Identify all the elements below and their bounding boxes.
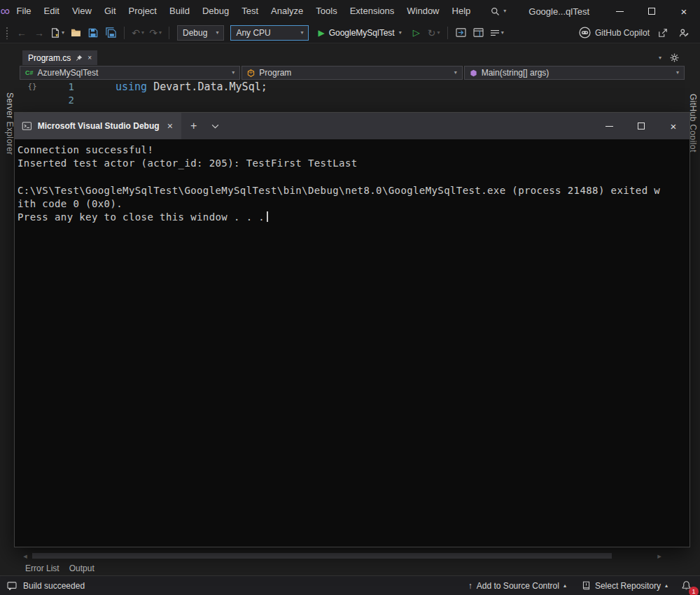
menu-view[interactable]: View [66,0,98,22]
tabstrip-actions: ▾ [659,53,685,65]
repository-label: Select Repository [595,581,661,591]
console-line: Inserted test actor (actor_id: 205): Tes… [18,157,687,170]
console-title-bar[interactable]: Microsoft Visual Studio Debug × + × [15,113,690,139]
scrollbar-thumb[interactable] [32,553,612,559]
notifications-button[interactable]: 1 [679,579,693,593]
tab-error-list[interactable]: Error List [25,564,59,573]
breadcrumb-member-dropdown[interactable]: Main(string[] args) ▾ [464,66,685,80]
breadcrumb-project-dropdown[interactable]: C# AzureMySqlTest ▾ [20,66,240,80]
console-tab-close-icon[interactable]: × [166,120,174,132]
console-maximize-button[interactable] [625,113,657,139]
menu-help[interactable]: Help [446,0,477,22]
new-console-tab-button[interactable]: + [181,120,206,132]
minimize-button[interactable] [603,0,636,22]
console-tab-dropdown[interactable] [206,124,225,129]
save-button[interactable] [85,24,101,41]
menu-git[interactable]: Git [98,0,122,22]
maximize-icon [648,8,655,15]
solution-explorer-button[interactable] [471,24,486,41]
menu-extensions[interactable]: Extensions [344,0,401,22]
server-explorer-tab[interactable]: Server Explorer [5,92,15,155]
start-without-debugging-button[interactable]: ▷ [409,24,424,41]
toolbar-grip[interactable] [6,27,9,39]
scroll-right-icon[interactable]: ▸ [654,552,665,561]
console-line: ith code 0 (0x0). [18,197,687,211]
scroll-left-icon[interactable]: ◂ [20,552,31,561]
navigate-forward-button[interactable]: → [31,24,47,41]
console-close-button[interactable]: × [657,113,690,139]
member-chevron-icon: ▾ [676,70,679,76]
tab-close-icon[interactable]: × [88,54,92,62]
play-icon: ▶ [318,28,324,38]
tab-list-chevron-icon[interactable]: ▾ [659,55,662,61]
breadcrumb-project-label: AzureMySqlTest [38,68,99,78]
start-debugging-button[interactable]: ▶ GoogleMySqlTest ▾ [313,24,406,41]
visual-studio-logo-icon: ∞ [0,0,10,22]
find-in-files-button[interactable] [454,24,469,41]
find-in-files-icon [456,28,466,37]
window-layouts-button[interactable]: ▾ [489,24,505,41]
close-button[interactable]: × [668,0,700,22]
menu-file[interactable]: File [10,0,38,22]
maximize-icon [638,122,645,130]
save-all-button[interactable] [103,24,118,41]
code-line-2: 2 [20,93,685,106]
open-file-button[interactable] [68,24,83,41]
redo-button[interactable]: ↷▾ [148,24,163,41]
main-toolbar: ← → ▾ ↶▾ ↷▾ Debug ▾ Any CPU ▾ ▶ GoogleMy… [0,22,700,43]
copilot-badge-button[interactable]: GitHub Copilot [579,27,650,38]
menu-debug[interactable]: Debug [196,0,235,22]
window-title: Google...qlTest [528,6,589,17]
gutter-braces-icon: {} [20,82,45,91]
editor-horizontal-scrollbar[interactable]: ◂ ▸ [20,550,665,561]
toolbar-separator [169,27,169,39]
share-button[interactable] [655,24,671,41]
toolbar-separator [124,27,125,39]
gear-icon[interactable] [670,53,679,62]
breadcrumb-type-label: Program [259,68,291,78]
scrollbar-track[interactable] [31,552,654,559]
menu-test[interactable]: Test [235,0,265,22]
hot-reload-button[interactable]: ↻▾ [426,24,442,41]
notification-badge: 1 [689,587,699,595]
menu-window[interactable]: Window [400,0,445,22]
menu-project[interactable]: Project [122,0,163,22]
new-file-button[interactable]: ▾ [49,24,66,41]
console-line [18,170,687,183]
solution-configuration-dropdown[interactable]: Debug ▾ [177,25,224,41]
console-minimize-button[interactable] [593,113,625,139]
feedback-button[interactable] [676,24,692,41]
console-output[interactable]: Connection successful! Inserted test act… [15,139,690,547]
pin-icon[interactable] [76,55,83,62]
maximize-button[interactable] [636,0,668,22]
undo-button[interactable]: ↶▾ [130,24,146,41]
select-repository-button[interactable]: Select Repository ▴ [578,576,672,595]
navigate-back-button[interactable]: ← [14,24,29,41]
add-to-source-control-button[interactable]: ↑ Add to Source Control ▴ [464,576,570,595]
menu-tools[interactable]: Tools [309,0,343,22]
text-cursor [267,211,268,222]
person-edit-icon [679,28,689,38]
menu-edit[interactable]: Edit [38,0,66,22]
line-number: 1 [45,81,76,92]
toolbar-separator [447,27,448,39]
caret-up-icon: ▴ [564,582,566,589]
search-button[interactable]: ▾ [486,0,510,22]
menu-analyze[interactable]: Analyze [265,0,309,22]
solution-configuration-value: Debug [183,28,207,38]
console-tab-title: Microsoft Visual Studio Debug [38,121,160,131]
menu-build[interactable]: Build [163,0,196,22]
tab-title: Program.cs [28,53,71,63]
console-line: Press any key to close this window . . . [18,211,687,224]
tab-program-cs[interactable]: Program.cs × [22,50,97,65]
window-controls: × [603,0,700,22]
list-lines-icon [490,29,500,37]
solution-platform-dropdown[interactable]: Any CPU ▾ [230,25,309,41]
run-chevron-icon: ▾ [399,30,402,36]
console-tab[interactable]: Microsoft Visual Studio Debug × [15,113,181,139]
feedback-icon[interactable] [7,582,17,590]
tab-output[interactable]: Output [69,564,94,573]
code-line-1: {} 1 using Devart.Data.MySql; [20,80,685,93]
startup-project-label: GoogleMySqlTest [329,28,395,38]
breadcrumb-type-dropdown[interactable]: Program ▾ [241,66,462,80]
